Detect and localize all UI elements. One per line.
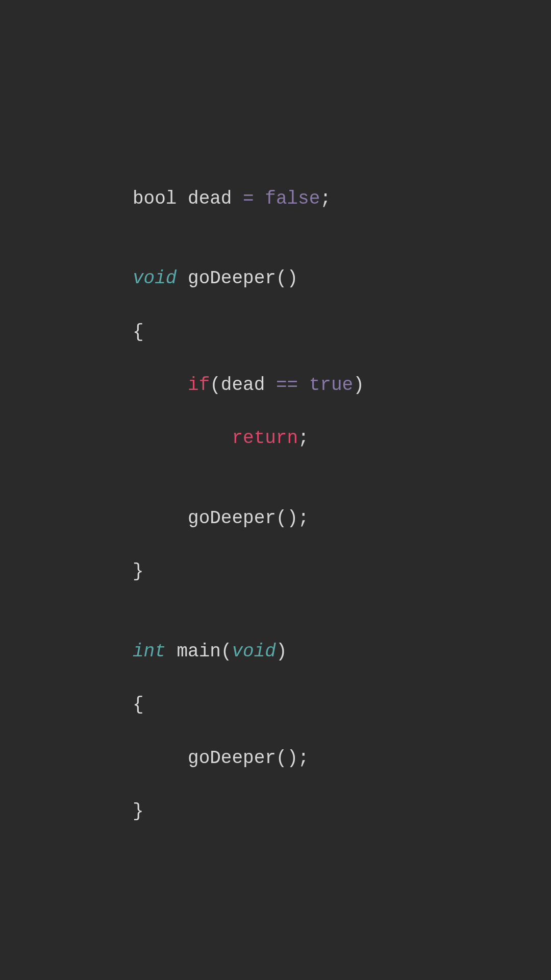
code-line-14: } — [133, 798, 364, 825]
space — [232, 188, 243, 209]
paren-open: ( — [221, 641, 232, 662]
code-line-6: return; — [133, 425, 364, 452]
semicolon: ; — [298, 748, 309, 769]
if-keyword: if — [188, 375, 210, 396]
void-keyword: void — [133, 268, 177, 289]
parentheses: () — [276, 508, 298, 529]
void-keyword: void — [232, 641, 276, 662]
int-keyword: int — [133, 641, 166, 662]
code-block: bool dead = false; void goDeeper() { if(… — [133, 159, 364, 852]
parentheses: () — [276, 268, 298, 289]
indent — [133, 748, 188, 769]
semicolon: ; — [298, 508, 309, 529]
function-name: goDeeper — [188, 268, 276, 289]
space — [265, 375, 276, 396]
space — [166, 641, 177, 662]
variable-name: dead — [221, 375, 265, 396]
assign-operator: = — [243, 188, 254, 209]
bool-literal: true — [309, 375, 353, 396]
function-call: goDeeper — [188, 508, 276, 529]
bool-literal: false — [265, 188, 320, 209]
parentheses: () — [276, 748, 298, 769]
semicolon: ; — [320, 188, 331, 209]
code-line-12: { — [133, 692, 364, 718]
paren-open: ( — [210, 375, 221, 396]
paren-close: ) — [276, 641, 287, 662]
type-keyword: bool — [133, 188, 177, 209]
indent — [133, 375, 188, 396]
code-line-11: int main(void) — [133, 639, 364, 665]
code-line-5: if(dead == true) — [133, 372, 364, 399]
close-brace: } — [133, 561, 144, 582]
open-brace: { — [133, 694, 144, 715]
code-line-4: { — [133, 319, 364, 346]
function-call: goDeeper — [188, 748, 276, 769]
open-brace: { — [133, 322, 144, 342]
variable-name: dead — [188, 188, 232, 209]
code-line-13: goDeeper(); — [133, 745, 364, 772]
return-keyword: return — [232, 428, 298, 449]
close-brace: } — [133, 801, 144, 822]
paren-close: ) — [353, 375, 364, 396]
space — [254, 188, 265, 209]
indent — [133, 508, 188, 529]
space — [177, 268, 188, 289]
code-line-9: } — [133, 558, 364, 585]
space — [298, 375, 309, 396]
code-line-3: void goDeeper() — [133, 265, 364, 292]
space — [177, 188, 188, 209]
function-name: main — [177, 641, 220, 662]
semicolon: ; — [298, 428, 309, 449]
code-line-8: goDeeper(); — [133, 505, 364, 532]
equals-operator: == — [276, 375, 298, 396]
indent — [133, 428, 232, 449]
code-line-1: bool dead = false; — [133, 186, 364, 212]
